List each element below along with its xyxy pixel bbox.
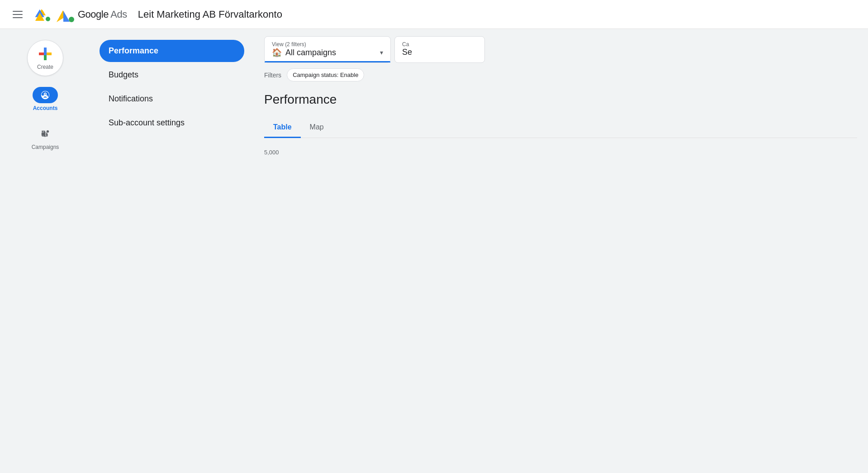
- filter-bar: View (2 filters) 🏠 All campaigns ▾ Ca Se: [253, 29, 868, 63]
- hamburger-menu-button[interactable]: [9, 7, 26, 22]
- performance-section: Performance Table Map: [253, 81, 868, 138]
- sidebar-item-accounts[interactable]: Accounts: [18, 83, 72, 115]
- top-header: Google Ads Leit Marketing AB Förvaltarko…: [0, 0, 868, 29]
- view-filter-label: View (2 filters): [272, 41, 383, 48]
- campaign-type-dropdown[interactable]: Ca Se: [394, 36, 485, 63]
- main-layout: Create Accounts Campaigns: [0, 29, 868, 473]
- google-ads-logo: Google Ads: [33, 5, 127, 24]
- campaign-dropdown-label: Ca: [402, 41, 477, 48]
- campaign-status-filter-chip[interactable]: Campaign status: Enable: [287, 68, 364, 81]
- home-icon: 🏠: [272, 48, 282, 57]
- nav-notifications[interactable]: Notifications: [100, 88, 244, 110]
- nav-performance[interactable]: Performance: [100, 40, 244, 62]
- campaigns-icon: [40, 129, 50, 139]
- logo-text: Google Ads: [78, 9, 127, 20]
- performance-tabs: Table Map: [264, 118, 857, 138]
- campaigns-icon-bg: [33, 126, 58, 142]
- main-content: View (2 filters) 🏠 All campaigns ▾ Ca Se…: [253, 29, 868, 473]
- tab-map[interactable]: Map: [301, 118, 333, 138]
- tab-table[interactable]: Table: [264, 118, 301, 138]
- nav-sub-account-settings[interactable]: Sub-account settings: [100, 112, 244, 134]
- create-plus-icon: [37, 46, 53, 62]
- left-sidebar: Create Accounts Campaigns: [0, 29, 90, 473]
- chart-area: 5,000: [253, 138, 868, 159]
- svg-rect-14: [39, 53, 44, 55]
- google-ads-logo-icon: [33, 5, 52, 24]
- middle-nav-panel: Performance Budgets Notifications Sub-ac…: [90, 29, 253, 473]
- accounts-icon: [40, 90, 50, 100]
- accounts-icon-bg: [33, 87, 58, 103]
- filters-label: Filters: [264, 72, 281, 79]
- view-active-bar: [265, 61, 390, 62]
- chart-y-label: 5,000: [264, 149, 857, 156]
- svg-point-9: [69, 17, 74, 22]
- account-name: Leit Marketing AB Förvaltarkonto: [138, 9, 282, 20]
- svg-rect-15: [47, 53, 52, 55]
- all-campaigns-text: All campaigns: [285, 48, 336, 57]
- filters-row: Filters Campaign status: Enable: [253, 63, 868, 81]
- sidebar-item-campaigns[interactable]: Campaigns: [18, 122, 72, 154]
- campaigns-label: Campaigns: [32, 144, 59, 150]
- view-filter-dropdown[interactable]: View (2 filters) 🏠 All campaigns ▾: [264, 36, 391, 63]
- ads-logo-svg: [55, 6, 74, 23]
- view-filter-value: 🏠 All campaigns ▾: [272, 48, 383, 57]
- performance-title: Performance: [264, 92, 857, 107]
- svg-marker-8: [63, 11, 70, 22]
- nav-budgets[interactable]: Budgets: [100, 64, 244, 86]
- dropdown-arrow-icon: ▾: [380, 49, 383, 56]
- create-label: Create: [37, 64, 53, 70]
- create-button[interactable]: Create: [27, 40, 63, 76]
- campaign-dropdown-value: Se: [402, 48, 477, 57]
- svg-rect-13: [44, 55, 47, 60]
- accounts-label: Accounts: [33, 105, 58, 111]
- svg-rect-12: [44, 48, 47, 53]
